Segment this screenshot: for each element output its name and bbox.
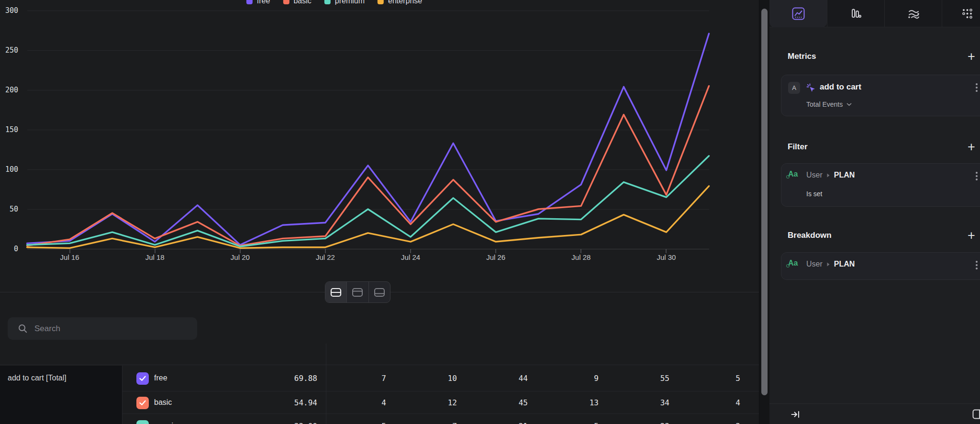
breakdown-property[interactable]: User PLAN <box>806 260 855 268</box>
gridline <box>27 209 709 210</box>
event-row-cell[interactable]: add to cart [Total] <box>0 366 122 424</box>
tab-more-charts[interactable] <box>942 0 980 27</box>
x-axis-label: Jul 30 <box>647 253 685 261</box>
filter-card[interactable]: Aa User PLAN Is set <box>781 163 980 207</box>
breakdown-options-button[interactable] <box>976 259 978 271</box>
layout-toggle <box>325 281 390 303</box>
series-line-free <box>27 33 709 245</box>
legend-swatch <box>283 0 289 4</box>
legend-item-basic[interactable]: basic <box>283 0 311 5</box>
x-axis-tick <box>325 249 326 253</box>
search-input[interactable] <box>34 324 197 334</box>
check-icon <box>139 376 146 381</box>
legend-label: premium <box>335 0 365 5</box>
x-axis-label: Jul 24 <box>391 253 430 261</box>
row-checkbox[interactable] <box>136 420 149 424</box>
average-value: 69.88 <box>265 374 317 383</box>
metric-card[interactable]: A add to cart Total Events <box>781 75 980 116</box>
legend-swatch <box>324 0 331 4</box>
tab-line-chart[interactable] <box>769 0 827 27</box>
legend-item-free[interactable]: free <box>246 0 270 5</box>
x-axis-tick <box>69 249 70 253</box>
text-property-icon: Aa <box>788 259 798 268</box>
metric-event-name: add to cart <box>820 82 861 92</box>
cell-value: 4 <box>688 398 740 407</box>
y-axis-label: 200 <box>0 86 18 94</box>
x-axis-tick <box>666 249 667 253</box>
search-box <box>8 317 197 340</box>
breakdown-heading: Breakdown <box>788 231 832 240</box>
cell-value: 12 <box>404 398 457 407</box>
tab-bar-chart[interactable] <box>827 0 884 27</box>
query-builder-sidebar: Metrics + A add to cart Total Events Fil… <box>769 0 980 424</box>
legend-item-premium[interactable]: premium <box>324 0 365 5</box>
cell-value: 23 <box>617 422 669 424</box>
breakdown-card[interactable]: Aa User PLAN <box>781 252 980 280</box>
layout-chart-button[interactable] <box>346 282 368 302</box>
x-axis-tick <box>240 249 241 253</box>
tab-stacked-chart[interactable] <box>884 0 942 27</box>
cell-value: 9 <box>546 374 599 383</box>
cell-value: 7 <box>404 422 457 424</box>
cell-value: 21 <box>475 422 528 424</box>
split-view-icon <box>330 288 342 297</box>
text-property-icon: Aa <box>788 170 798 179</box>
average-value: 33.00 <box>265 422 317 424</box>
filter-options-button[interactable] <box>976 170 978 182</box>
metric-series-badge: A <box>788 82 800 94</box>
panel-right-icon[interactable] <box>972 409 980 419</box>
cell-value: 3 <box>688 422 740 424</box>
line-chart-icon <box>792 7 805 20</box>
legend-label: free <box>257 0 270 5</box>
metrics-heading: Metrics <box>788 52 816 61</box>
top-panel-icon <box>352 288 363 297</box>
stacked-waves-icon <box>907 7 920 20</box>
x-axis-tick <box>580 249 581 253</box>
row-label: free <box>154 374 167 382</box>
measure-label: Total Events <box>806 100 843 108</box>
filter-property[interactable]: User PLAN <box>806 171 855 179</box>
search-icon <box>18 324 28 334</box>
column-divider <box>326 344 326 424</box>
y-axis-label: 250 <box>0 46 18 55</box>
series-line-basic <box>27 86 709 246</box>
add-filter-button[interactable]: + <box>965 140 978 155</box>
scrollbar-thumb[interactable] <box>761 9 768 395</box>
chart-series-canvas <box>0 0 759 268</box>
main-panel: freebasicpremiumenterprise 0501001502002… <box>0 0 759 424</box>
cell-value: 4 <box>334 398 386 407</box>
x-axis-label: Jul 20 <box>221 253 259 261</box>
cell-value: 5 <box>546 422 599 424</box>
row-checkbox[interactable] <box>136 372 149 385</box>
y-axis-label: 0 <box>0 245 18 253</box>
metric-options-button[interactable] <box>976 82 978 93</box>
legend-label: basic <box>293 0 311 5</box>
add-breakdown-button[interactable]: + <box>965 228 978 243</box>
y-axis-label: 150 <box>0 125 18 134</box>
cell-value: 5 <box>334 422 386 424</box>
gridline <box>27 169 709 170</box>
metric-measure-dropdown[interactable]: Total Events <box>806 100 852 108</box>
gridline <box>27 11 709 11</box>
bar-chart-icon <box>849 7 862 20</box>
x-axis-label: Jul 18 <box>136 253 174 261</box>
collapse-right-icon[interactable] <box>791 410 801 419</box>
layout-table-button[interactable] <box>368 282 390 302</box>
gridline <box>27 249 709 249</box>
filter-operator[interactable]: Is set <box>806 190 822 198</box>
layout-split-button[interactable] <box>325 282 346 302</box>
row-label: premium <box>154 422 184 424</box>
scrollbar-track[interactable] <box>759 0 769 424</box>
dots-grid-icon <box>961 7 974 20</box>
legend-label: enterprise <box>388 0 422 5</box>
cell-value: 45 <box>475 398 528 407</box>
add-metric-button[interactable]: + <box>965 49 978 64</box>
row-checkbox[interactable] <box>136 397 149 409</box>
sidebar-footer <box>769 403 980 424</box>
x-axis-tick <box>410 249 411 253</box>
gridline <box>27 90 709 90</box>
event-click-icon <box>805 82 816 93</box>
legend-swatch <box>246 0 253 4</box>
legend-item-enterprise[interactable]: enterprise <box>378 0 422 5</box>
table-header-row: Event 1 PLAN 4 Average Jul 15Jul 16Jul 1… <box>0 342 759 365</box>
